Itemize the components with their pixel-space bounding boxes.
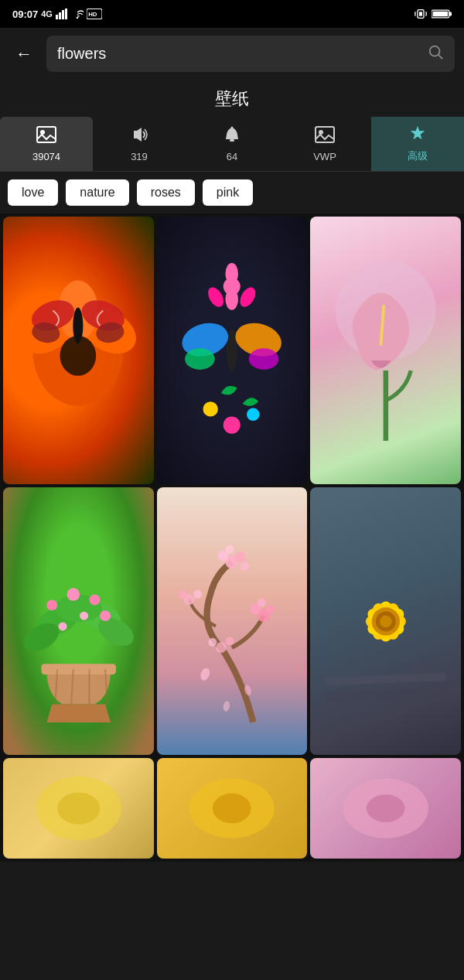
svg-rect-0 <box>56 15 58 19</box>
svg-point-43 <box>223 417 241 434</box>
svg-point-75 <box>216 643 227 654</box>
hd-icon: HD <box>87 9 102 19</box>
vibrate-icon <box>415 8 427 20</box>
svg-point-18 <box>231 126 234 128</box>
grid-item-7[interactable] <box>3 758 154 859</box>
tab-notification-label: 64 <box>227 151 237 162</box>
category-tabs: 39074 319 64 VWP <box>0 117 464 172</box>
grid-item-2[interactable] <box>157 217 308 484</box>
svg-point-53 <box>67 588 80 601</box>
grid-item-4[interactable] <box>3 487 154 755</box>
tab-notification-icon <box>222 126 242 148</box>
svg-point-73 <box>193 590 202 599</box>
status-time-signals: 09:07 4G HD <box>12 9 102 20</box>
search-box[interactable]: flowers <box>46 36 455 72</box>
search-input[interactable]: flowers <box>57 45 421 63</box>
search-icon[interactable] <box>427 43 444 64</box>
tab-images-icon <box>36 126 56 148</box>
svg-point-65 <box>235 551 246 562</box>
svg-point-66 <box>226 545 234 554</box>
svg-point-15 <box>40 130 45 135</box>
tab-vwp-icon <box>315 126 335 148</box>
tab-advanced[interactable]: 高级 <box>371 117 464 171</box>
svg-point-70 <box>266 605 275 613</box>
svg-rect-2 <box>62 10 64 19</box>
svg-rect-10 <box>433 12 449 17</box>
tab-notification[interactable]: 64 <box>186 117 278 171</box>
svg-point-56 <box>100 610 111 621</box>
svg-marker-16 <box>134 128 142 142</box>
svg-point-67 <box>241 562 249 571</box>
svg-point-74 <box>179 590 187 599</box>
svg-point-93 <box>57 792 100 824</box>
svg-rect-3 <box>65 9 67 19</box>
grid-item-3[interactable] <box>310 217 461 484</box>
svg-line-13 <box>438 55 442 59</box>
svg-rect-1 <box>59 12 61 19</box>
tab-sound[interactable]: 319 <box>93 117 186 171</box>
svg-point-35 <box>226 289 239 310</box>
tab-sound-icon <box>129 126 149 148</box>
svg-rect-8 <box>419 12 422 15</box>
svg-point-55 <box>58 622 67 630</box>
grid-item-6[interactable] <box>310 487 461 755</box>
back-button[interactable]: ← <box>9 41 39 67</box>
svg-rect-11 <box>449 12 452 16</box>
status-right-icons <box>415 8 452 20</box>
svg-point-97 <box>367 794 405 822</box>
svg-point-12 <box>430 46 440 56</box>
signal-4g: 4G <box>41 9 53 19</box>
grid-item-9[interactable] <box>310 758 461 859</box>
battery-icon <box>432 9 452 19</box>
grid-item-1[interactable] <box>3 217 154 484</box>
tag-roses[interactable]: roses <box>137 179 195 206</box>
svg-point-41 <box>203 401 218 416</box>
tab-images-label: 39074 <box>32 151 60 162</box>
page-title: 壁纸 <box>0 80 464 117</box>
svg-point-77 <box>226 637 234 646</box>
svg-point-71 <box>258 599 266 607</box>
status-bar: 09:07 4G HD <box>0 0 464 28</box>
search-area: ← flowers <box>0 28 464 80</box>
tab-vwp[interactable]: VWP <box>278 117 371 171</box>
grid-item-5[interactable] <box>157 487 308 755</box>
tag-love[interactable]: love <box>8 179 58 206</box>
svg-point-39 <box>185 348 215 370</box>
svg-point-57 <box>80 612 88 620</box>
svg-point-40 <box>249 348 279 370</box>
svg-point-78 <box>199 667 211 681</box>
svg-rect-17 <box>230 139 234 142</box>
svg-point-32 <box>205 285 227 309</box>
svg-point-42 <box>247 408 260 421</box>
wifi-icon <box>71 9 84 19</box>
svg-point-91 <box>380 615 392 627</box>
tab-images[interactable]: 39074 <box>0 117 93 171</box>
svg-point-52 <box>46 600 57 611</box>
svg-point-26 <box>73 307 84 343</box>
status-time: 09:07 <box>12 9 38 20</box>
svg-point-34 <box>226 263 239 285</box>
svg-point-76 <box>209 638 217 647</box>
svg-point-80 <box>223 701 231 712</box>
image-grid <box>0 213 464 862</box>
signal-bars-icon <box>56 9 68 19</box>
grid-item-8[interactable] <box>157 758 308 859</box>
svg-point-54 <box>89 595 100 606</box>
tab-vwp-label: VWP <box>313 151 336 162</box>
tab-advanced-label: 高级 <box>408 149 428 163</box>
svg-point-95 <box>213 794 251 824</box>
svg-point-20 <box>319 130 323 135</box>
tab-advanced-icon <box>408 125 428 146</box>
svg-point-33 <box>237 285 259 309</box>
tag-nature[interactable]: nature <box>66 179 128 206</box>
svg-line-81 <box>326 676 446 681</box>
tab-sound-label: 319 <box>131 151 148 162</box>
svg-text:HD: HD <box>88 11 97 18</box>
tag-pink[interactable]: pink <box>203 179 253 206</box>
svg-line-82 <box>326 691 446 696</box>
tag-row: love nature roses pink <box>0 172 464 213</box>
svg-point-4 <box>77 17 79 19</box>
